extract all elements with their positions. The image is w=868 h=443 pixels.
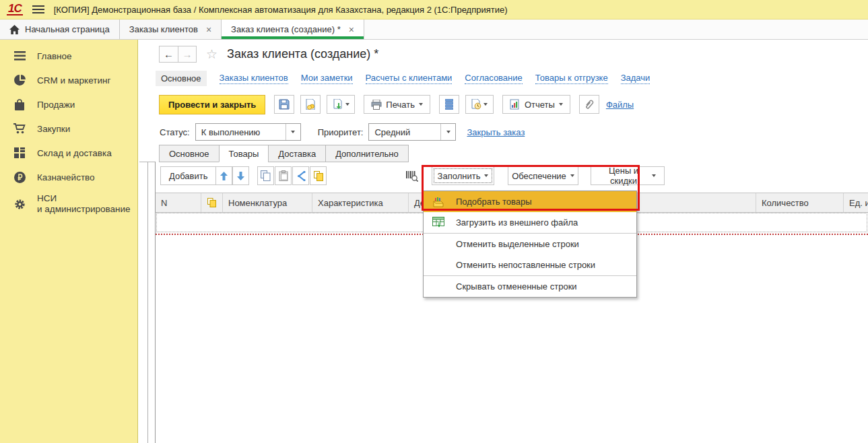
column-header-quantity[interactable]: Количество	[756, 193, 844, 212]
document-coins-icon	[305, 99, 316, 110]
close-icon[interactable]: ×	[349, 24, 354, 35]
chevron-down-icon[interactable]	[440, 124, 455, 140]
section-sidebar: Главное CRM и маркетинг Продажи Закупки …	[0, 40, 138, 443]
chevron-down-icon	[483, 103, 488, 106]
provision-button-label: Обеспечение	[512, 171, 566, 181]
document-clock-icon	[471, 99, 481, 110]
reports-button-label: Отчеты	[525, 100, 555, 110]
navlink-goods-to-ship[interactable]: Товары к отгрузке	[535, 73, 608, 84]
load-external-file-icon	[432, 217, 444, 229]
status-value: К выполнению	[196, 127, 286, 137]
main-menu-icon[interactable]	[32, 3, 44, 15]
navlink-main[interactable]: Основное	[156, 71, 207, 86]
priority-select[interactable]: Средний	[368, 123, 456, 141]
menu-item-load-external-file[interactable]: Загрузить из внешнего файла	[424, 212, 636, 233]
document-arrow-icon	[333, 99, 343, 110]
arrow-up-icon	[220, 172, 228, 180]
close-icon[interactable]: ×	[206, 24, 211, 35]
fill-button-label: Заполнить	[438, 171, 481, 181]
column-header-characteristic[interactable]: Характеристика	[312, 193, 409, 212]
favorite-star-icon[interactable]: ☆	[206, 46, 218, 62]
copy-lines-yellow-button[interactable]	[310, 166, 327, 185]
paste-row-button[interactable]	[275, 166, 292, 185]
column-header-n[interactable]: N	[156, 193, 201, 212]
navlink-settlements[interactable]: Расчеты с клиентами	[366, 73, 453, 84]
shopping-bag-icon	[13, 98, 26, 110]
create-based-on-button[interactable]	[327, 95, 355, 114]
items-toolbar: Добавить Заполнить	[156, 166, 868, 186]
menu-item-cancel-selected-rows[interactable]: Отменить выделенные строки	[424, 234, 636, 254]
column-header-nomenclature[interactable]: Номенклатура	[223, 193, 312, 212]
navlink-my-notes[interactable]: Мои заметки	[301, 73, 353, 84]
pie-chart-icon	[13, 74, 26, 86]
menu-item-label: Подобрать товары	[456, 197, 532, 207]
print-button[interactable]: Печать	[364, 95, 430, 114]
sidebar-item-purchases[interactable]: Закупки	[0, 116, 137, 141]
prices-discounts-button[interactable]: Цены и скидки	[591, 166, 665, 185]
sidebar-item-crm-marketing[interactable]: CRM и маркетинг	[0, 68, 137, 92]
close-order-link[interactable]: Закрыть заказ	[467, 127, 525, 137]
sidebar-item-sales[interactable]: Продажи	[0, 92, 137, 116]
column-header-row-kind[interactable]	[201, 193, 223, 212]
sidebar-item-main[interactable]: Главное	[0, 44, 137, 68]
chevron-down-icon[interactable]	[286, 124, 300, 140]
chevron-down-icon	[652, 174, 656, 177]
status-select[interactable]: К выполнению	[195, 123, 301, 141]
window-title: [КОПИЯ] Демонстрационная база / Комплекс…	[54, 5, 508, 15]
add-row-button[interactable]: Добавить	[160, 166, 216, 185]
gear-icon	[13, 198, 26, 210]
column-header-unit[interactable]: Ед. из	[844, 193, 868, 212]
barcode-scan-button[interactable]	[403, 166, 420, 185]
sidebar-item-label: Казначейство	[37, 172, 95, 182]
back-button[interactable]: ←	[159, 46, 178, 63]
form-tab-main[interactable]: Основное	[159, 145, 219, 162]
tab-home-page[interactable]: Начальная страница	[0, 20, 120, 39]
menu-item-pick-goods[interactable]: Подобрать товары	[424, 191, 636, 212]
menu-item-label: Загрузить из внешнего файла	[456, 217, 578, 228]
post-document-button[interactable]	[300, 95, 321, 114]
save-button[interactable]	[274, 95, 294, 114]
menu-item-hide-cancelled-rows[interactable]: Скрывать отмененные строки	[424, 276, 636, 297]
forward-button[interactable]: →	[178, 46, 197, 63]
reports-button[interactable]: Отчеты	[502, 95, 570, 114]
form-tab-delivery[interactable]: Доставка	[268, 145, 325, 162]
status-row: Статус: К выполнению Приоритет: Средний …	[160, 123, 525, 141]
form-header: ← → ☆ Заказ клиента (создание) *	[159, 46, 378, 63]
form-tab-additional[interactable]: Дополнительно	[325, 145, 409, 162]
navlink-approval[interactable]: Согласование	[465, 73, 522, 84]
sidebar-item-label: Продажи	[37, 100, 75, 110]
fill-dropdown-menu: Подобрать товары Загрузить из внешнего ф…	[423, 191, 637, 298]
form-tab-goods[interactable]: Товары	[219, 145, 269, 162]
post-and-close-button[interactable]: Провести и закрыть	[159, 95, 265, 114]
tab-label: Заказы клиентов	[129, 24, 198, 34]
tab-label: Начальная страница	[25, 24, 110, 34]
navlink-tasks[interactable]: Задачи	[621, 73, 650, 84]
sidebar-item-treasury[interactable]: Казначейство	[0, 165, 137, 189]
split-arrows-icon	[296, 171, 306, 181]
menu-item-cancel-unsupplied-rows[interactable]: Отменить непоставленные строки	[424, 254, 636, 275]
sidebar-item-nsi-administration[interactable]: НСИи администрирование	[0, 189, 137, 219]
chevron-down-icon	[484, 174, 488, 177]
sidebar-item-warehouse-delivery[interactable]: Склад и доставка	[0, 141, 137, 165]
navlink-customer-orders[interactable]: Заказы клиентов	[220, 73, 288, 84]
tab-customer-order-new[interactable]: Заказ клиента (создание) * ×	[222, 20, 364, 39]
move-row-down-button[interactable]	[232, 166, 249, 185]
yellow-documents-icon	[207, 198, 216, 207]
files-link[interactable]: Файлы	[606, 100, 634, 110]
copy-row-button[interactable]	[257, 166, 274, 185]
shopping-cart-icon	[13, 123, 26, 135]
sidebar-item-label: НСИи администрирование	[37, 193, 131, 215]
move-row-up-button[interactable]	[215, 166, 232, 185]
tab-customer-orders[interactable]: Заказы клиентов ×	[120, 20, 222, 39]
attachments-button[interactable]	[579, 95, 599, 114]
split-row-button[interactable]	[292, 166, 309, 185]
sidebar-item-label: Главное	[37, 51, 72, 61]
document-structure-button[interactable]	[439, 95, 459, 114]
provision-button[interactable]: Обеспечение	[508, 166, 578, 185]
home-icon	[9, 25, 20, 34]
priority-label: Приоритет:	[318, 127, 364, 137]
barcode-search-icon	[406, 170, 418, 182]
fill-button[interactable]: Заполнить	[432, 166, 494, 185]
floppy-disk-icon	[279, 99, 290, 110]
document-log-button[interactable]	[465, 95, 494, 114]
